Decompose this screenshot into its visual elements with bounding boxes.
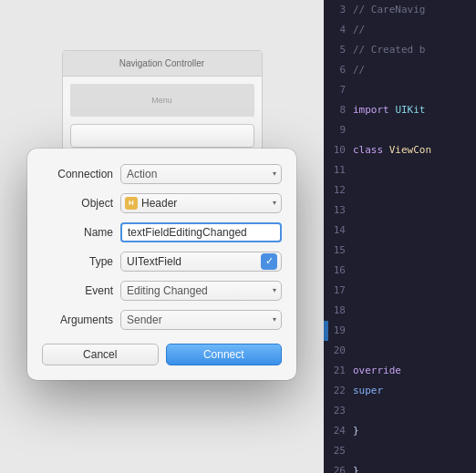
line-number: 18 [324,301,346,321]
object-select[interactable]: H Header ▾ [120,193,282,213]
line-number: 7 [324,80,346,100]
event-select[interactable]: Editing Changed ▾ [120,281,282,301]
connection-select[interactable]: Action ▾ [120,164,282,184]
line-number: 9 [324,120,346,140]
code-line: 4// [324,20,476,40]
line-number: 10 [324,140,346,160]
line-content: // Created b [353,40,425,60]
type-select[interactable]: UITextField ✓ [120,252,282,272]
code-line: 14 [324,221,476,241]
code-line: 18 [324,301,476,321]
line-number: 25 [324,441,346,461]
obj-icon-letter: H [129,199,134,207]
code-line: 15 [324,241,476,261]
line-number: 17 [324,281,346,301]
storyboard-panel: Navigation Controller Menu Connection Ac… [0,0,324,473]
code-line: 6// [324,60,476,80]
object-row: Object H Header ▾ [42,192,282,214]
code-line: 13 [324,201,476,221]
code-line: 20 [324,341,476,361]
line-content: // CareNavig [353,0,425,20]
dialog-overlay: Connection Action ▾ Object H Heade [0,0,324,473]
type-row: Type UITextField ✓ [42,251,282,272]
line-number: 14 [324,221,346,241]
cancel-button[interactable]: Cancel [42,344,159,365]
line-number: 8 [324,100,346,120]
arguments-select[interactable]: Sender ▾ [120,310,282,330]
code-line: 3// CareNavig [324,0,476,20]
code-line: 22 super [324,381,476,401]
code-line: 19 [324,321,476,341]
code-line: 10class ViewCon [324,140,476,160]
line-number: 3 [324,0,346,20]
line-number: 11 [324,160,346,180]
line-content: } [353,461,359,473]
code-line: 23 [324,401,476,421]
line-content: super [353,381,383,401]
line-number: 12 [324,180,346,201]
line-content: class ViewCon [353,140,431,160]
code-line: 25 [324,441,476,461]
type-check-icon: ✓ [261,253,277,270]
code-line: 21override [324,361,476,381]
object-value: Header [141,197,177,210]
line-number: 5 [324,40,346,60]
event-label: Event [42,284,113,297]
name-row: Name [42,221,282,243]
connection-dialog: Connection Action ▾ Object H Heade [27,149,296,380]
line-number: 15 [324,241,346,261]
connect-button[interactable]: Connect [166,344,283,365]
type-label: Type [42,255,113,268]
connection-value: Action [127,168,157,180]
line-number: 24 [324,421,346,441]
line-number: 20 [324,341,346,361]
line-content: } [353,421,359,441]
arguments-arrow-icon: ▾ [273,315,276,324]
line-content: import UIKit [353,100,426,120]
line-content: // [353,60,365,80]
arguments-label: Arguments [42,314,113,326]
line-number: 4 [324,20,346,40]
name-label: Name [42,226,113,239]
line-number: 23 [324,401,346,421]
line-number: 16 [324,261,346,281]
code-editor-panel: 3// CareNavig4//5// Created b6//78import… [324,0,476,473]
event-arrow-icon: ▾ [273,286,276,294]
code-line: 24} [324,421,476,441]
line-number: 22 [324,381,346,401]
code-line: 5// Created b [324,40,476,60]
code-line: 11 [324,160,476,180]
line-number: 6 [324,60,346,80]
arguments-row: Arguments Sender ▾ [42,309,282,331]
line-content: // [353,20,365,40]
connection-row: Connection Action ▾ [42,163,282,185]
dialog-buttons: Cancel Connect [42,344,282,365]
code-line: 12 [324,180,476,201]
line-number: 26 [324,461,346,473]
line-content: override [353,361,401,381]
object-arrow-icon: ▾ [273,199,276,207]
line-number: 13 [324,201,346,221]
event-value: Editing Changed [127,284,208,297]
name-input[interactable] [120,222,282,242]
event-row: Event Editing Changed ▾ [42,280,282,302]
code-line: 8import UIKit [324,100,476,120]
connection-arrow-icon: ▾ [273,170,276,178]
object-label: Object [42,197,113,210]
type-value: UITextField [127,255,181,268]
line-number: 21 [324,361,346,381]
code-line: 17 [324,281,476,301]
code-line: 9 [324,120,476,140]
connection-label: Connection [42,168,113,180]
object-icon: H [125,197,138,210]
code-line: 16 [324,261,476,281]
arguments-value: Sender [127,314,162,326]
code-lines: 3// CareNavig4//5// Created b6//78import… [324,0,476,473]
code-line: 7 [324,80,476,100]
code-line: 26} [324,461,476,473]
